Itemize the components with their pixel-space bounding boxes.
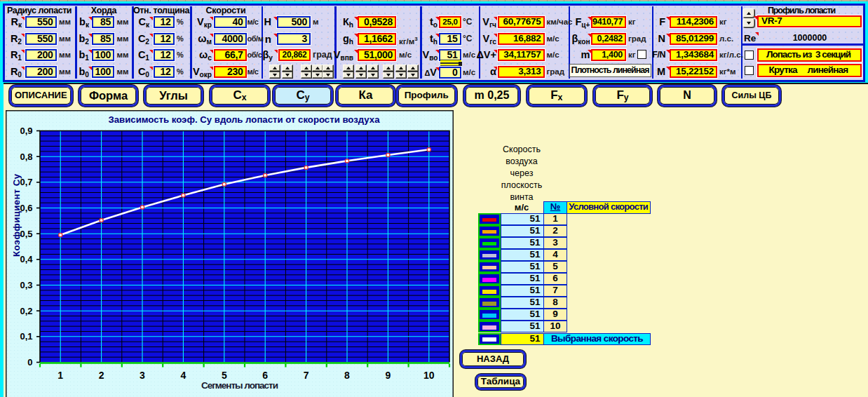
- svg-text:10: 10: [423, 370, 435, 381]
- svg-text:0,7: 0,7: [20, 177, 32, 187]
- svg-text:0,4: 0,4: [20, 254, 33, 264]
- svg-text:5: 5: [222, 370, 227, 381]
- svg-text:Зависимость коэф. Су вдоль ло: Зависимость коэф. Су вдоль лопасти от ск…: [109, 114, 381, 125]
- svg-text:0,8: 0,8: [20, 152, 32, 162]
- svg-text:8: 8: [344, 370, 350, 381]
- svg-text:0: 0: [27, 357, 32, 368]
- svg-text:1: 1: [57, 370, 63, 381]
- svg-text:9: 9: [386, 370, 391, 381]
- svg-text:4: 4: [181, 370, 187, 381]
- svg-text:Сегменты лопасти: Сегменты лопасти: [201, 380, 278, 391]
- svg-text:0,5: 0,5: [20, 229, 32, 239]
- svg-text:0,2: 0,2: [20, 306, 32, 316]
- svg-text:Коэффициент Су: Коэффициент Су: [11, 173, 22, 257]
- svg-text:0,3: 0,3: [20, 280, 32, 290]
- svg-text:6: 6: [262, 370, 268, 381]
- svg-text:0,6: 0,6: [20, 203, 32, 213]
- svg-text:3: 3: [140, 370, 145, 381]
- svg-text:0,1: 0,1: [20, 331, 32, 342]
- svg-text:7: 7: [304, 370, 309, 381]
- svg-text:0,9: 0,9: [20, 126, 32, 136]
- svg-text:2: 2: [99, 370, 104, 381]
